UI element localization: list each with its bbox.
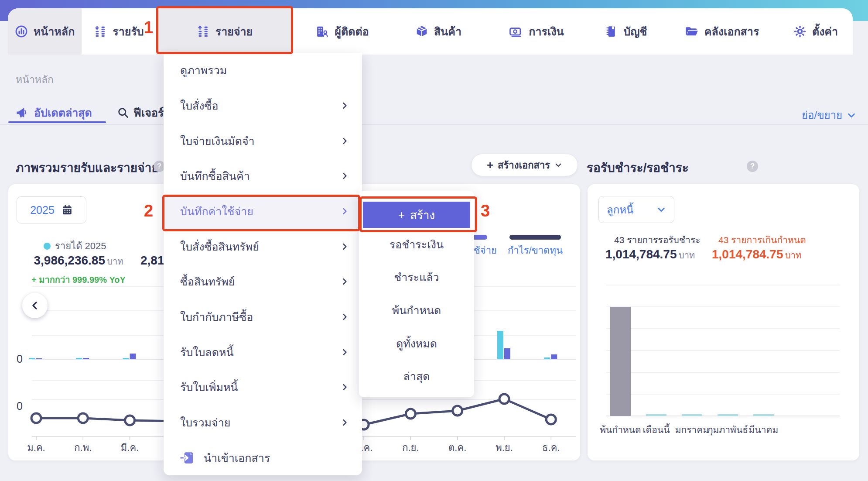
- chevron-right-icon: [340, 383, 349, 392]
- submenu-item-4[interactable]: ล่าสุด: [363, 360, 470, 393]
- profit-legend-bar: [509, 235, 561, 240]
- menu-item-label: นำเข้าเอกสาร: [204, 449, 349, 467]
- submenu-item-1[interactable]: ชำระแล้ว: [363, 261, 470, 294]
- submenu-item-0[interactable]: รอชำระเงิน: [363, 228, 470, 261]
- nav-tab-label: รายจ่าย: [215, 23, 253, 40]
- nav-tab-label: สินค้า: [434, 23, 461, 40]
- menu-item-label: บันทึกซื้อสินค้า: [180, 167, 340, 185]
- chevron-right-icon: [340, 313, 349, 321]
- month-label-2: มี.ค.: [110, 440, 150, 455]
- submenu-item-2[interactable]: พ้นกำหนด: [363, 294, 470, 327]
- income-total: 3,986,236.85 บาท: [13, 254, 144, 268]
- carousel-prev-button[interactable]: [22, 293, 48, 318]
- legend-toggle-profit[interactable]: กำไร/ขาดทุน: [507, 235, 564, 258]
- nav-tab-label: บัญชี: [623, 23, 647, 40]
- products-icon: [415, 25, 428, 38]
- income-dot-icon: [44, 243, 51, 250]
- month-label-10: พ.ย.: [485, 440, 524, 455]
- menu-item-7[interactable]: ใบกำกับภาษีซื้อ: [164, 299, 362, 335]
- menu-item-2[interactable]: ใบจ่ายเงินมัดจำ: [164, 123, 362, 158]
- chevron-right-icon: [340, 137, 349, 145]
- receivables-section-title: รอรับชำระ/รอชำระ: [587, 158, 689, 177]
- month-label-0: ม.ค.: [17, 440, 56, 455]
- plus-icon: +: [487, 159, 493, 171]
- megaphone-icon: [16, 107, 29, 119]
- plus-icon: +: [398, 208, 405, 222]
- annotation-number-step1: 1: [144, 18, 153, 37]
- annotation-number-step3: 3: [481, 202, 490, 220]
- pending-amount: 1,014,784.75 บาท: [605, 247, 695, 262]
- menu-item-0[interactable]: ดูภาพรวม: [164, 53, 362, 88]
- nav-tab-6[interactable]: บัญชี: [593, 8, 659, 55]
- chevron-right-icon: [340, 277, 349, 286]
- submenu-item-3[interactable]: ดูทั้งหมด: [363, 327, 470, 360]
- nav-tab-label: ตั้งค่า: [812, 23, 838, 40]
- divider: [0, 124, 868, 125]
- income-legend: รายได้ 2025: [44, 238, 106, 254]
- nav-tab-label: รายรับ: [113, 23, 144, 40]
- month-label-11: ธ.ค.: [531, 440, 571, 455]
- menu-item-label: ใบสั่งซื้อสินทรัพย์: [180, 238, 340, 255]
- active-tab-underline: [8, 121, 106, 123]
- nav-tab-5[interactable]: การเงิน: [502, 8, 571, 55]
- breadcrumb: หน้าหลัก: [16, 72, 54, 87]
- nav-tab-2[interactable]: รายจ่าย: [156, 8, 293, 55]
- menu-item-11[interactable]: นำเข้าเอกสาร: [164, 440, 362, 475]
- nav-tab-label: คลังเอกสาร: [704, 23, 759, 40]
- menu-item-1[interactable]: ใบสั่งซื้อ: [164, 88, 362, 124]
- menu-item-label: ใบสั่งซื้อ: [180, 97, 340, 114]
- receivables-help-icon[interactable]: ?: [747, 161, 758, 172]
- month-label-9: ต.ค.: [438, 440, 477, 455]
- search-icon: [117, 107, 129, 119]
- menu-item-label: ใบกำกับภาษีซื้อ: [180, 308, 340, 326]
- overview-section-title: ภาพรวมรายรับและรายจ่าย: [16, 158, 159, 177]
- calendar-icon: [62, 204, 73, 216]
- nav-tab-3[interactable]: ผู้ติดต่อ: [301, 8, 384, 55]
- nav-tab-7[interactable]: คลังเอกสาร: [672, 8, 772, 55]
- nav-tab-label: หน้าหลัก: [34, 23, 75, 40]
- month-label-1: ก.พ.: [63, 440, 103, 455]
- ledger-icon: [605, 25, 618, 38]
- month-label-8: ก.ย.: [391, 440, 430, 455]
- debtor-filter-select[interactable]: ลูกหนี้: [598, 196, 674, 223]
- chevron-right-icon: [340, 348, 349, 357]
- menu-item-10[interactable]: ใบรวมจ่าย: [164, 405, 362, 440]
- expense-dropdown-menu: ดูภาพรวมใบสั่งซื้อใบจ่ายเงินมัดจำบันทึกซ…: [164, 53, 362, 475]
- income-icon: [94, 25, 107, 38]
- expense-record-submenu: + สร้าง รอชำระเงินชำระแล้วพ้นกำหนดดูทั้ง…: [359, 191, 474, 397]
- menu-item-3[interactable]: บันทึกซื้อสินค้า: [164, 158, 362, 194]
- import-icon: [180, 451, 195, 465]
- menu-item-9[interactable]: รับใบเพิ่มหนี้: [164, 370, 362, 405]
- nav-tab-4[interactable]: สินค้า: [406, 8, 471, 55]
- menu-item-6[interactable]: ซื้อสินทรัพย์: [164, 264, 362, 299]
- submenu-create-button[interactable]: + สร้าง: [363, 202, 470, 228]
- create-document-button[interactable]: + สร้างเอกสาร: [471, 154, 578, 176]
- chevron-right-icon: [340, 242, 349, 251]
- menu-item-label: ซื้อสินทรัพย์: [180, 273, 340, 290]
- expense-total: 2,81: [140, 254, 164, 268]
- collapse-expand-toggle[interactable]: ย่อ/ขยาย: [802, 107, 856, 124]
- receivables-cat-label-4: มีนาคม: [740, 423, 788, 437]
- menu-item-5[interactable]: ใบสั่งซื้อสินทรัพย์: [164, 229, 362, 264]
- nav-tab-8[interactable]: ตั้งค่า: [785, 8, 846, 55]
- nav-tab-label: การเงิน: [529, 23, 564, 40]
- nav-tab-0[interactable]: หน้าหลัก: [8, 8, 82, 55]
- chevron-right-icon: [340, 101, 349, 110]
- folder-icon: [685, 25, 699, 38]
- gear-icon: [793, 25, 806, 38]
- menu-item-label: ดูภาพรวม: [180, 62, 349, 79]
- overdue-count-label: 43 รายการเกินกำหนด: [718, 233, 806, 247]
- chevron-left-icon: [30, 300, 40, 311]
- receivables-chart: [602, 279, 846, 423]
- chevron-right-icon: [340, 207, 349, 216]
- pending-count-label: 43 รายการรอรับชำระ: [614, 233, 700, 247]
- menu-item-8[interactable]: รับใบลดหนี้: [164, 334, 362, 370]
- dashboard-icon: [15, 25, 28, 38]
- tab-feature-search[interactable]: ฟีเจอร์ใ: [117, 104, 169, 121]
- finance-icon: [509, 25, 523, 38]
- menu-item-label: ใบรวมจ่าย: [180, 414, 340, 431]
- year-select[interactable]: 2025: [17, 196, 86, 223]
- chevron-right-icon: [340, 418, 349, 427]
- menu-item-4[interactable]: บันทึกค่าใช้จ่าย: [164, 194, 362, 229]
- tab-latest-updates[interactable]: อัปเดตล่าสุด: [16, 104, 92, 121]
